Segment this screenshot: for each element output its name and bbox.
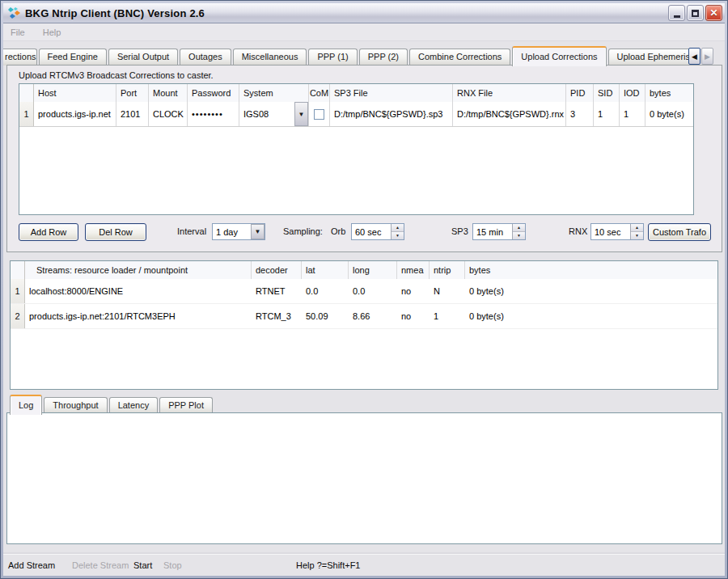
stream-cell-lat[interactable]: 50.09: [302, 304, 349, 328]
tab-corrections[interactable]: rections: [3, 49, 37, 66]
streams-table-header: Streams: resource loader / mountpoint de…: [11, 261, 717, 279]
stream-cell-ntrip[interactable]: N: [430, 279, 465, 303]
tab-latency[interactable]: Latency: [109, 397, 159, 414]
stream-cell-source[interactable]: localhost:8000/ENGINE: [25, 279, 252, 303]
streams-header-num: [11, 261, 25, 279]
upload-cell-port[interactable]: 2101: [116, 102, 149, 126]
upload-cell-system: IGS08 ▼: [239, 102, 309, 126]
spinner-arrows-icon[interactable]: ▲▼: [512, 224, 525, 239]
sampling-label: Sampling:: [283, 226, 323, 236]
spinner-arrows-icon[interactable]: ▲▼: [391, 224, 404, 239]
upload-cell-pid[interactable]: 3: [566, 102, 594, 126]
stream-cell-nmea[interactable]: no: [397, 279, 430, 303]
tab-miscellaneous[interactable]: Miscellaneous: [233, 49, 307, 66]
tab-serial-output[interactable]: Serial Output: [108, 49, 178, 66]
stream-cell-ntrip[interactable]: 1: [430, 304, 465, 328]
upload-cell-mount[interactable]: CLOCK: [149, 102, 188, 126]
rnx-sampling-value: 10 sec: [591, 224, 630, 239]
stream-row-number: 1: [11, 279, 25, 303]
stream-row[interactable]: 2 products.igs-ip.net:2101/RTCM3EPH RTCM…: [11, 304, 717, 329]
tab-upload-ephemeris[interactable]: Upload Ephemeris: [608, 49, 700, 66]
streams-header-lat: lat: [302, 261, 349, 279]
system-combobox[interactable]: IGS08 ▼: [239, 102, 308, 126]
tab-throughput[interactable]: Throughput: [44, 397, 107, 414]
tab-scrollers: ◀ ▶: [688, 48, 713, 65]
rnx-sampling-spinner[interactable]: 10 sec ▲▼: [590, 223, 644, 240]
streams-header-source: Streams: resource loader / mountpoint: [25, 261, 252, 279]
chevron-down-icon[interactable]: ▼: [251, 224, 265, 239]
stream-row[interactable]: 1 localhost:8000/ENGINE RTNET 0.0 0.0 no…: [11, 279, 717, 304]
start-action[interactable]: Start: [133, 560, 152, 570]
upload-row-number: 1: [19, 102, 34, 126]
upload-cell-rnx-file[interactable]: D:/tmp/BNC${GPSWD}.rnx: [453, 102, 566, 126]
stream-cell-nmea[interactable]: no: [397, 304, 430, 328]
upload-header-com: CoM: [309, 84, 330, 102]
interval-combobox[interactable]: 1 day ▼: [212, 223, 265, 240]
upload-header-pid: PID: [566, 84, 594, 102]
tab-scroll-left-icon[interactable]: ◀: [688, 48, 700, 65]
stream-cell-lat[interactable]: 0.0: [302, 279, 349, 303]
streams-header-decoder: decoder: [252, 261, 302, 279]
maximize-icon: [692, 10, 699, 17]
upload-corrections-pane: Upload RTCMv3 Broadcast Corrections to c…: [6, 65, 722, 252]
menu-bar: File Help: [3, 23, 725, 41]
orb-label: Orb: [331, 226, 345, 236]
upload-cell-com: [309, 102, 330, 126]
window-title: BKG Ntrip Client (BNC) Version 2.6: [25, 7, 664, 19]
upload-cell-host[interactable]: products.igs-ip.net: [34, 102, 116, 126]
title-bar[interactable]: BKG Ntrip Client (BNC) Version 2.6 ✕: [3, 3, 725, 23]
tab-ppp-1[interactable]: PPP (1): [308, 49, 357, 66]
orb-sampling-spinner[interactable]: 60 sec ▲▼: [351, 223, 404, 240]
add-stream-action[interactable]: Add Stream: [8, 560, 55, 570]
upload-header-sp3-file: SP3 File: [330, 84, 453, 102]
spinner-arrows-icon[interactable]: ▲▼: [630, 224, 643, 239]
upload-table-row: 1 products.igs-ip.net 2101 CLOCK •••••••…: [19, 102, 693, 127]
upload-header-sid: SID: [594, 84, 620, 102]
streams-header-ntrip: ntrip: [430, 261, 465, 279]
upload-cell-iod[interactable]: 1: [620, 102, 645, 126]
custom-trafo-button[interactable]: Custom Trafo: [648, 223, 711, 241]
tab-outages[interactable]: Outages: [180, 49, 231, 66]
com-checkbox[interactable]: [314, 109, 324, 120]
sp3-sampling-value: 15 min: [473, 224, 512, 239]
upload-cell-sid[interactable]: 1: [594, 102, 620, 126]
status-bar: Add Stream Delete Stream Start Stop Help…: [3, 554, 725, 576]
tab-combine-corrections[interactable]: Combine Corrections: [409, 49, 510, 66]
tab-feed-engine[interactable]: Feed Engine: [39, 49, 107, 66]
stream-cell-decoder[interactable]: RTNET: [252, 279, 302, 303]
upload-cell-password[interactable]: ••••••••: [188, 102, 239, 126]
menu-help[interactable]: Help: [43, 27, 61, 37]
tab-log[interactable]: Log: [10, 395, 42, 415]
tab-ppp-2[interactable]: PPP (2): [359, 49, 408, 66]
stream-cell-source[interactable]: products.igs-ip.net:2101/RTCM3EPH: [25, 304, 252, 328]
chevron-down-icon[interactable]: ▼: [294, 102, 308, 126]
stream-cell-long[interactable]: 0.0: [349, 279, 397, 303]
upload-cell-sp3-file[interactable]: D:/tmp/BNC${GPSWD}.sp3: [330, 102, 453, 126]
upload-table-header: Host Port Mount Password System CoM SP3 …: [19, 84, 693, 102]
close-button[interactable]: ✕: [705, 5, 722, 21]
tab-upload-corrections[interactable]: Upload Corrections: [512, 46, 606, 66]
tab-ppp-plot[interactable]: PPP Plot: [159, 397, 213, 414]
app-logo-icon: [7, 6, 21, 20]
streams-header-long: long: [349, 261, 397, 279]
help-shortcut-text: Help ?=Shift+F1: [296, 560, 361, 570]
upload-header-system: System: [239, 84, 309, 102]
del-row-button[interactable]: Del Row: [85, 223, 146, 241]
sp3-label: SP3: [451, 226, 468, 236]
stream-cell-decoder[interactable]: RTCM_3: [252, 304, 302, 328]
minimize-button[interactable]: [668, 5, 685, 21]
log-output-panel[interactable]: [6, 412, 722, 544]
upload-header-host: Host: [34, 84, 116, 102]
maximize-button[interactable]: [687, 5, 704, 21]
rnx-label: RNX: [569, 226, 587, 236]
menu-file[interactable]: File: [11, 27, 25, 37]
add-row-button[interactable]: Add Row: [19, 223, 78, 241]
interval-value: 1 day: [213, 224, 251, 239]
stream-cell-bytes: 0 byte(s): [465, 304, 717, 328]
upload-header-rnx-file: RNX File: [453, 84, 566, 102]
close-icon: ✕: [709, 8, 717, 18]
sp3-sampling-spinner[interactable]: 15 min ▲▼: [472, 223, 526, 240]
stream-cell-long[interactable]: 8.66: [349, 304, 397, 328]
log-tab-bar: Log Throughput Latency PPP Plot: [10, 395, 214, 414]
upload-table: Host Port Mount Password System CoM SP3 …: [19, 83, 694, 215]
